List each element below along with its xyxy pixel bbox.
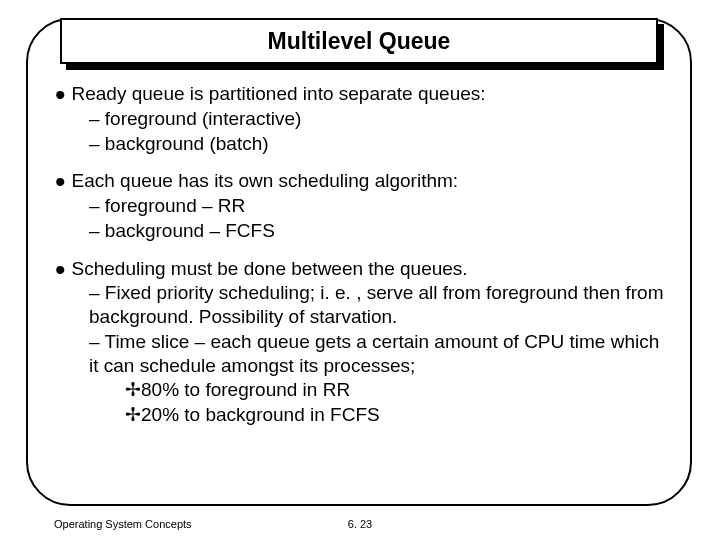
bullet-3-subsub: ✢80% to foreground in RR ✢20% to backgro… — [125, 378, 665, 427]
bullet-dot-icon: • — [55, 88, 66, 102]
bullet-3-lead: • Scheduling must be done between the qu… — [55, 257, 665, 281]
bullet-3-ss-1-text: 80% to foreground in RR — [141, 379, 350, 400]
bullet-2-sub: – foreground – RR – background – FCFS — [89, 194, 665, 243]
bullet-1-sub-2: – background (batch) — [89, 132, 665, 156]
cross-icon: ✢ — [125, 403, 141, 427]
title-box: Multilevel Queue — [60, 18, 658, 64]
footer-page-number: 6. 23 — [0, 518, 720, 530]
slide-title: Multilevel Queue — [268, 28, 451, 55]
bullet-dot-icon: • — [55, 263, 66, 277]
bullet-2-lead: • Each queue has its own scheduling algo… — [55, 169, 665, 193]
bullet-dot-icon: • — [55, 175, 66, 189]
bullet-2-sub-1: – foreground – RR — [89, 194, 665, 218]
bullet-3: • Scheduling must be done between the qu… — [55, 257, 665, 427]
bullet-3-ss-2-text: 20% to background in FCFS — [141, 404, 380, 425]
slide-content: • Ready queue is partitioned into separa… — [55, 82, 665, 441]
bullet-2: • Each queue has its own scheduling algo… — [55, 169, 665, 242]
bullet-2-sub-2: – background – FCFS — [89, 219, 665, 243]
bullet-3-ss-1: ✢80% to foreground in RR — [125, 378, 665, 402]
bullet-1: • Ready queue is partitioned into separa… — [55, 82, 665, 155]
bullet-1-sub-1: – foreground (interactive) — [89, 107, 665, 131]
bullet-3-sub: – Fixed priority scheduling; i. e. , ser… — [89, 281, 665, 377]
bullet-1-sub: – foreground (interactive) – background … — [89, 107, 665, 156]
bullet-2-text: Each queue has its own scheduling algori… — [72, 169, 459, 193]
bullet-3-ss-2: ✢20% to background in FCFS — [125, 403, 665, 427]
bullet-1-text: Ready queue is partitioned into separate… — [72, 82, 486, 106]
bullet-3-text: Scheduling must be done between the queu… — [72, 257, 468, 281]
cross-icon: ✢ — [125, 378, 141, 402]
bullet-1-lead: • Ready queue is partitioned into separa… — [55, 82, 665, 106]
bullet-3-sub-2: – Time slice – each queue gets a certain… — [89, 330, 665, 378]
bullet-3-sub-1: – Fixed priority scheduling; i. e. , ser… — [89, 281, 665, 329]
